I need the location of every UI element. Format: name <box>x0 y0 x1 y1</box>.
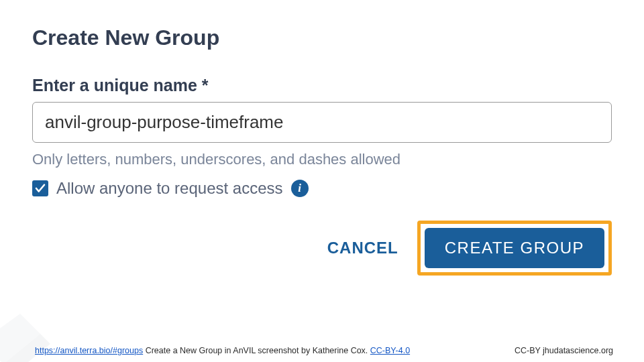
allow-request-access-row: Allow anyone to request access i <box>32 179 612 198</box>
info-icon[interactable]: i <box>291 180 309 197</box>
allow-request-access-label: Allow anyone to request access <box>56 179 283 198</box>
name-field-label: Enter a unique name * <box>32 76 612 95</box>
allow-request-access-checkbox[interactable] <box>32 180 48 196</box>
attribution-caption: Create a New Group in AnVIL screenshot b… <box>143 346 370 355</box>
attribution-left: https://anvil.terra.bio/#groups Create a… <box>35 346 410 355</box>
check-icon <box>34 182 46 194</box>
create-button-highlight: CREATE GROUP <box>417 221 612 276</box>
name-field-hint: Only letters, numbers, underscores, and … <box>32 151 612 168</box>
group-name-input[interactable] <box>32 102 612 143</box>
create-group-dialog: Create New Group Enter a unique name * O… <box>0 0 644 276</box>
attribution-footer: https://anvil.terra.bio/#groups Create a… <box>0 346 644 355</box>
attribution-right: CC-BY jhudatascience.org <box>515 346 613 355</box>
dialog-title: Create New Group <box>32 25 612 50</box>
cancel-button[interactable]: CANCEL <box>327 239 398 257</box>
license-link[interactable]: CC-BY-4.0 <box>370 346 410 355</box>
create-group-button[interactable]: CREATE GROUP <box>425 228 604 268</box>
dialog-buttons: CANCEL CREATE GROUP <box>32 221 612 276</box>
source-link[interactable]: https://anvil.terra.bio/#groups <box>35 346 143 355</box>
